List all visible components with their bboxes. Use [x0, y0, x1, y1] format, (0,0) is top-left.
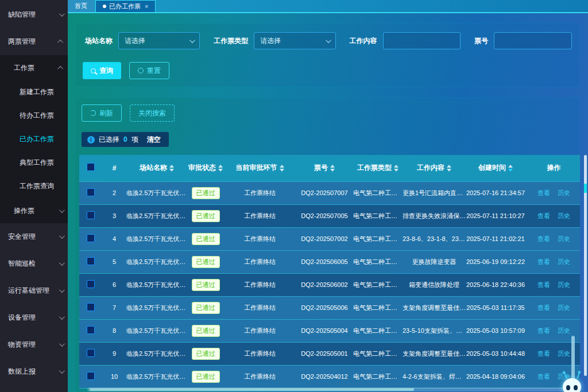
- tab[interactable]: 已办工作票 ×: [95, 0, 156, 12]
- chevron-icon: [59, 207, 65, 213]
- view-link[interactable]: 查看: [537, 235, 550, 242]
- row-checkbox[interactable]: [87, 326, 95, 334]
- select-field[interactable]: 请选择: [254, 32, 335, 49]
- row-checkbox[interactable]: [87, 234, 95, 242]
- chevron-icon: [59, 287, 65, 293]
- view-link[interactable]: 查看: [537, 189, 550, 196]
- field-label: 场站名称: [85, 36, 113, 46]
- column-header[interactable]: 场站名称: [126, 155, 187, 181]
- row-checkbox[interactable]: [87, 280, 95, 288]
- cell-station: 临涣2.5万千瓦光伏电...: [126, 296, 187, 319]
- sidebar-item[interactable]: 运行基础管理: [0, 277, 68, 304]
- chevron-icon: [57, 40, 63, 45]
- cell-content: 排查更换失效浪涌保护器: [403, 204, 466, 227]
- page-vertical-scrollbar[interactable]: [583, 14, 587, 392]
- search-form-row: 场站名称 请选择 工作票类型 请选择 工作内容 票号: [83, 32, 572, 49]
- text-input[interactable]: [494, 32, 572, 49]
- sort-carets-icon[interactable]: [218, 165, 223, 172]
- sort-carets-icon[interactable]: [169, 165, 174, 172]
- sort-carets-icon[interactable]: [330, 165, 335, 172]
- history-link[interactable]: 历史: [558, 212, 570, 219]
- sidebar-item[interactable]: 待办工作票: [0, 104, 68, 127]
- query-button[interactable]: 查询: [83, 62, 121, 79]
- column-header[interactable]: 创建时间: [466, 155, 525, 181]
- horizontal-scrollbar-thumb[interactable]: [90, 388, 414, 391]
- row-checkbox[interactable]: [87, 257, 95, 265]
- history-link[interactable]: 历史: [558, 258, 570, 265]
- cell-type: 电气第二种工作票: [353, 204, 403, 227]
- sort-carets-icon[interactable]: [508, 165, 513, 172]
- chevron-icon: [59, 314, 65, 320]
- close-search-button[interactable]: 关闭搜索: [130, 104, 175, 122]
- row-checkbox[interactable]: [87, 211, 95, 219]
- column-header[interactable]: 工作票类型: [353, 155, 403, 181]
- tab-close-icon[interactable]: ×: [145, 3, 148, 10]
- history-link[interactable]: 历史: [558, 281, 570, 288]
- sidebar-item-label: 待办工作票: [20, 111, 54, 121]
- view-link[interactable]: 查看: [537, 327, 550, 334]
- select-all-checkbox[interactable]: [87, 163, 95, 171]
- tab-label: 首页: [75, 2, 87, 10]
- sort-carets-icon[interactable]: [447, 165, 451, 172]
- history-link[interactable]: 历史: [558, 189, 570, 196]
- sidebar-item[interactable]: 典型工作票: [0, 151, 68, 174]
- sidebar-item[interactable]: 智能巡检: [0, 250, 68, 277]
- cell-type: 电气第二种工作票: [353, 319, 403, 342]
- chevron-icon: [59, 341, 65, 347]
- cell-created: 2025-07-11 21:10:27: [466, 204, 525, 227]
- column-header[interactable]: 当前审批环节: [224, 155, 296, 181]
- history-link[interactable]: 历史: [558, 304, 570, 311]
- sidebar-item[interactable]: 已办工作票: [0, 127, 68, 151]
- table-row: 5 临涣2.5万千瓦光伏电... 已通过 工作票终结 DQ2-202506005…: [79, 250, 580, 273]
- status-badge: 已通过: [192, 187, 220, 199]
- cell-created: 2025-04-18 09:04:06: [466, 365, 525, 388]
- column-header[interactable]: 票号: [296, 155, 353, 181]
- reset-button[interactable]: 重置: [129, 62, 169, 79]
- sidebar-item[interactable]: 工作票: [0, 55, 68, 80]
- sidebar-item[interactable]: 两票管理: [0, 28, 68, 55]
- row-checkbox[interactable]: [87, 303, 95, 311]
- view-link[interactable]: 查看: [537, 258, 550, 265]
- history-link[interactable]: 历史: [558, 350, 570, 357]
- row-checkbox[interactable]: [87, 349, 95, 357]
- column-label: 工作内容: [417, 164, 444, 172]
- reset-button-label: 重置: [147, 66, 161, 76]
- sidebar-item[interactable]: 新建工作票: [0, 80, 68, 104]
- tab[interactable]: 首页: [68, 0, 94, 12]
- sort-carets-icon[interactable]: [394, 165, 399, 172]
- sidebar-item[interactable]: 设备管理: [0, 304, 68, 331]
- sidebar-item[interactable]: 缺陷管理: [0, 1, 68, 28]
- cell-station: 临涣2.5万千瓦光伏电...: [126, 181, 187, 204]
- cell-created: 2025-06-19 09:12:22: [466, 250, 525, 273]
- sidebar-item[interactable]: 操作票: [0, 198, 68, 223]
- sort-carets-icon[interactable]: [280, 165, 284, 172]
- sidebar-item[interactable]: 物资管理: [0, 331, 68, 358]
- table-toolbar: 刷新 关闭搜索: [79, 104, 575, 122]
- view-link[interactable]: 查看: [537, 304, 550, 311]
- view-link[interactable]: 查看: [537, 281, 550, 288]
- horizontal-scrollbar[interactable]: [87, 387, 568, 391]
- column-header[interactable]: 工作内容: [403, 155, 466, 181]
- text-input[interactable]: [383, 32, 461, 49]
- select-field[interactable]: 请选择: [118, 32, 200, 49]
- cell-ticket-no: DQ2-202504012: [296, 365, 353, 388]
- clear-selection-button[interactable]: 清空: [147, 135, 161, 145]
- column-header[interactable]: 审批状态: [187, 155, 224, 181]
- sidebar-item[interactable]: 数据上报: [0, 358, 68, 385]
- history-link[interactable]: 历史: [558, 327, 570, 334]
- sidebar-item[interactable]: 安全管理: [0, 223, 68, 250]
- history-link[interactable]: 历史: [558, 235, 570, 242]
- view-link[interactable]: 查看: [537, 350, 550, 357]
- status-badge: 已通过: [192, 210, 220, 222]
- row-checkbox[interactable]: [87, 372, 95, 380]
- assistant-robot-button[interactable]: [560, 371, 583, 392]
- row-checkbox[interactable]: [87, 188, 95, 196]
- view-link[interactable]: 查看: [537, 212, 550, 219]
- info-icon: i: [87, 136, 95, 143]
- refresh-button[interactable]: 刷新: [82, 104, 122, 122]
- view-link[interactable]: 查看: [537, 373, 550, 380]
- sidebar-item[interactable]: 工作票查询: [0, 174, 68, 198]
- cell-content: 23-5-10支架拆装、焊接...: [403, 319, 466, 342]
- selection-count: 0: [123, 135, 127, 143]
- cell-created: 2025-05-03 11:17:35: [466, 296, 525, 319]
